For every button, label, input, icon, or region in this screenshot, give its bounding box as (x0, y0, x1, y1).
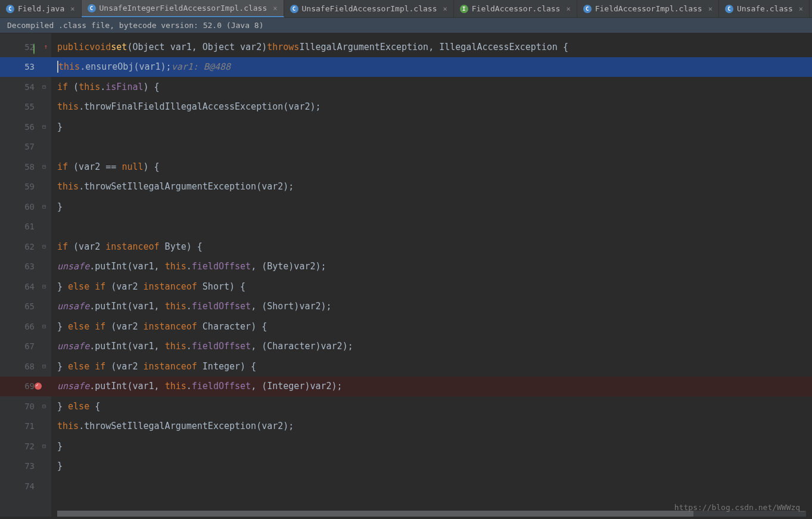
gutter-line-66[interactable]: 66⊟ (0, 316, 51, 337)
code-line-66[interactable]: } else if (var2 instanceof Character) { (51, 316, 812, 337)
fold-icon[interactable]: ⊟ (41, 83, 48, 91)
gutter[interactable]: 52↑ 53 54⊟ 55 56⊟ 57 58⊟ 59 60⊟ 61 62⊟ 6… (0, 33, 51, 517)
code-line-52[interactable]: public void set(Object var1, Object var2… (51, 37, 812, 57)
code-line-64[interactable]: } else if (var2 instanceof Short) { (51, 276, 812, 297)
gutter-line-58[interactable]: 58⊟ (0, 157, 51, 177)
watermark-text: https://blog.csdn.net/WWWzq_ (674, 503, 805, 512)
code-line-74[interactable] (51, 476, 812, 496)
override-icon[interactable] (33, 43, 35, 54)
gutter-line-59[interactable]: 59 (0, 177, 51, 197)
gutter-line-72[interactable]: 72⊟ (0, 436, 51, 456)
code-line-57[interactable] (51, 137, 812, 157)
close-icon[interactable]: × (799, 5, 803, 13)
fold-icon[interactable]: ⊟ (41, 243, 48, 250)
up-arrow-icon[interactable]: ↑ (43, 43, 48, 51)
class-icon: C (6, 5, 14, 13)
class-icon: C (583, 5, 592, 13)
breakpoint-icon[interactable] (35, 383, 42, 390)
editor-tabs: CField.java× CUnsafeIntegerFieldAccessor… (0, 0, 812, 18)
code-line-60[interactable]: } (51, 197, 812, 217)
code-line-65[interactable]: unsafe.putInt(var1, this.fieldOffset, (S… (51, 297, 812, 317)
gutter-line-68[interactable]: 68⊟ (0, 356, 51, 377)
tabs-overflow-button[interactable]: ⌄ (810, 0, 812, 17)
code-line-55[interactable]: this.throwFinalFieldIllegalAccessExcepti… (51, 97, 812, 117)
gutter-line-70[interactable]: 70⊟ (0, 396, 51, 417)
scrollbar-thumb[interactable] (57, 511, 693, 517)
gutter-line-74[interactable]: 74 (0, 476, 51, 496)
tab-unsafe-field-accessor[interactable]: CUnsafeFieldAccessorImpl.class× (284, 0, 454, 17)
class-icon: C (725, 5, 733, 13)
class-icon: C (88, 4, 96, 13)
gutter-line-60[interactable]: 60⊟ (0, 197, 51, 217)
code-line-54[interactable]: if (this.isFinal) { (51, 77, 812, 97)
fold-icon[interactable]: ⊟ (41, 163, 48, 170)
gutter-line-62[interactable]: 62⊟ (0, 237, 51, 257)
code-line-63[interactable]: unsafe.putInt(var1, this.fieldOffset, (B… (51, 257, 812, 277)
gutter-line-56[interactable]: 56⊟ (0, 117, 51, 137)
close-icon[interactable]: × (708, 5, 713, 13)
fold-end-icon[interactable]: ⊟ (41, 363, 48, 370)
code-editor[interactable]: 52↑ 53 54⊟ 55 56⊟ 57 58⊟ 59 60⊟ 61 62⊟ 6… (0, 33, 812, 517)
code-area[interactable]: public void set(Object var1, Object var2… (51, 33, 812, 517)
decompiled-banner: Decompiled .class file, bytecode version… (0, 18, 812, 33)
gutter-line-65[interactable]: 65 (0, 297, 51, 317)
code-line-71[interactable]: this.throwSetIllegalArgumentException(va… (51, 417, 812, 437)
fold-end-icon[interactable]: ⊟ (41, 323, 48, 330)
code-line-61[interactable] (51, 217, 812, 237)
gutter-line-57[interactable]: 57 (0, 137, 51, 157)
tab-field-accessor[interactable]: IFieldAccessor.class× (454, 0, 577, 17)
close-icon[interactable]: × (443, 5, 447, 13)
code-line-62[interactable]: if (var2 instanceof Byte) { (51, 237, 812, 257)
gutter-line-53[interactable]: 53 (0, 57, 51, 77)
gutter-line-73[interactable]: 73 (0, 456, 51, 477)
close-icon[interactable]: × (566, 5, 570, 13)
code-line-72[interactable]: } (51, 436, 812, 456)
gutter-line-63[interactable]: 63 (0, 257, 51, 277)
code-line-68[interactable]: } else if (var2 instanceof Integer) { (51, 356, 812, 377)
class-icon: C (290, 5, 298, 13)
code-line-73[interactable]: } (51, 456, 812, 477)
code-line-58[interactable]: if (var2 == null) { (51, 157, 812, 177)
fold-end-icon[interactable]: ⊟ (41, 403, 48, 410)
gutter-line-54[interactable]: 54⊟ (0, 77, 51, 97)
gutter-line-64[interactable]: 64⊟ (0, 276, 51, 297)
gutter-line-55[interactable]: 55 (0, 97, 51, 117)
code-line-70[interactable]: } else { (51, 396, 812, 417)
tab-field-accessor-impl[interactable]: CFieldAccessorImpl.class× (577, 0, 719, 17)
close-icon[interactable]: × (273, 4, 277, 13)
close-icon[interactable]: × (70, 5, 74, 13)
code-line-67[interactable]: unsafe.putInt(var1, this.fieldOffset, (C… (51, 337, 812, 357)
gutter-line-71[interactable]: 71 (0, 417, 51, 437)
tab-unsafe-integer-field-accessor[interactable]: CUnsafeIntegerFieldAccessorImpl.class× (82, 0, 284, 17)
code-line-59[interactable]: this.throwSetIllegalArgumentException(va… (51, 177, 812, 197)
fold-end-icon[interactable]: ⊟ (41, 203, 48, 210)
tab-unsafe[interactable]: CUnsafe.class× (719, 0, 810, 17)
fold-end-icon[interactable]: ⊟ (41, 283, 48, 290)
fold-end-icon[interactable]: ⊟ (41, 443, 48, 450)
code-line-56[interactable]: } (51, 117, 812, 137)
code-line-69[interactable]: unsafe.putInt(var1, this.fieldOffset, (I… (51, 377, 812, 397)
gutter-line-52[interactable]: 52↑ (0, 37, 51, 57)
gutter-line-67[interactable]: 67 (0, 337, 51, 357)
fold-end-icon[interactable]: ⊟ (41, 123, 48, 130)
gutter-line-61[interactable]: 61 (0, 217, 51, 237)
code-line-53[interactable]: this.ensureObj(var1); var1: B@488 (51, 57, 812, 77)
gutter-line-69[interactable]: 69 (0, 377, 51, 397)
interface-icon: I (460, 5, 468, 13)
tab-field-java[interactable]: CField.java× (0, 0, 82, 17)
